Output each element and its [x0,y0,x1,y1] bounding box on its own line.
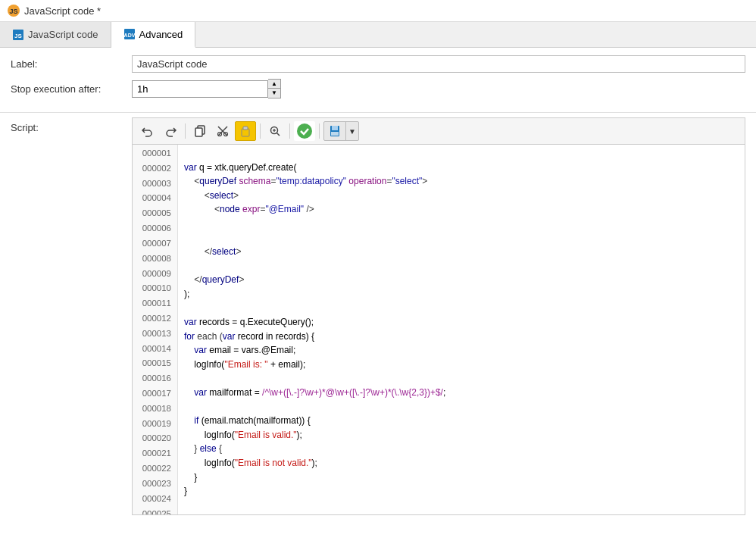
svg-line-15 [277,133,280,136]
separator-4 [319,123,320,139]
window-title: JavaScript code * [24,5,101,17]
title-bar: JS JavaScript code * [0,0,756,22]
stop-execution-label: Stop execution after: [11,83,132,95]
label-row: Label: [11,55,745,73]
tab-bar: JS JavaScript code ADV Advanced [0,22,756,48]
tab-js-icon: JS [12,29,24,41]
label-input[interactable] [132,55,745,73]
undo-button[interactable] [137,121,158,141]
tab-advanced-label: Advanced [139,29,183,40]
svg-text:JS: JS [14,33,22,39]
svg-text:JS: JS [9,8,17,15]
code-editor[interactable]: 0000010000020000030000040000050000060000… [132,144,745,515]
redo-button[interactable] [160,121,181,141]
tab-advanced-icon: ADV [123,28,136,40]
script-toolbar: ▼ [132,117,745,144]
paste-button[interactable] [235,121,256,141]
tab-js-label: JavaScript code [28,29,98,40]
spinner-down[interactable]: ▼ [268,89,280,98]
line-numbers: 0000010000020000030000040000050000060000… [133,145,178,514]
svg-rect-21 [331,132,339,136]
stop-execution-input[interactable] [132,80,268,98]
cut-button[interactable] [212,121,233,141]
separator-2 [260,123,261,139]
svg-point-18 [297,123,312,139]
separator-3 [289,123,290,139]
code-content[interactable]: var q = xtk.queryDef.create( <queryDef s… [178,145,745,514]
spinner-buttons: ▲ ▼ [268,79,281,98]
copy-button[interactable] [189,121,211,141]
title-icon: JS [8,5,20,17]
label-field-label: Label: [11,58,132,70]
svg-rect-7 [195,128,202,136]
save-split-button[interactable]: ▼ [323,121,359,141]
find-button[interactable] [264,121,286,141]
validate-button[interactable] [294,121,315,141]
tab-js-code[interactable]: JS JavaScript code [0,22,111,47]
save-arrow[interactable]: ▼ [346,127,358,136]
script-label: Script: [11,117,132,133]
svg-text:ADV: ADV [123,33,135,38]
tab-advanced[interactable]: ADV Advanced [111,22,196,48]
stop-execution-spinner: ▲ ▼ [132,79,281,98]
svg-rect-13 [243,127,248,130]
save-main[interactable] [324,122,346,140]
stop-execution-row: Stop execution after: ▲ ▼ [11,79,745,98]
form-section: Label: Stop execution after: ▲ ▼ [0,48,756,113]
svg-rect-20 [332,126,338,130]
separator-1 [185,123,186,139]
spinner-up[interactable]: ▲ [268,80,280,89]
